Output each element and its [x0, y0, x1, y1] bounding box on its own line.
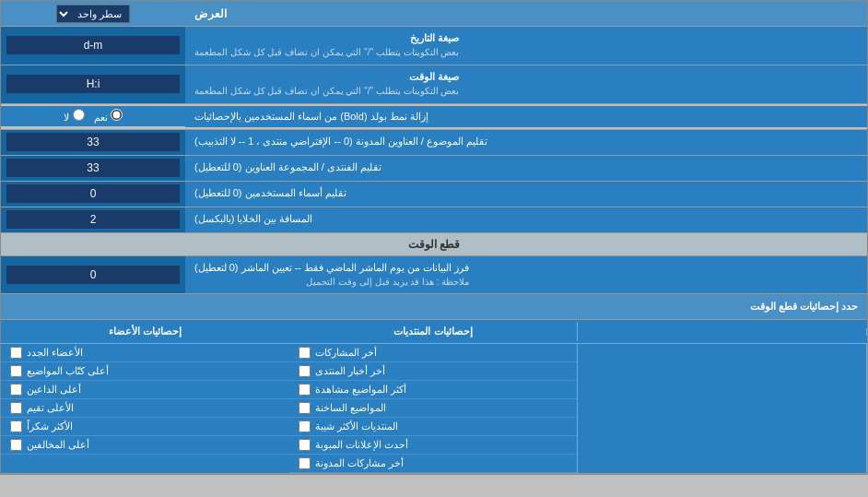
checkbox-col1-item0[interactable] — [10, 347, 22, 359]
topic-title-input-container — [1, 130, 185, 155]
username-count-input[interactable] — [6, 184, 180, 203]
bold-remove-row: إزالة نمط بولد (Bold) من اسماء المستخدمي… — [1, 104, 867, 130]
list-item: أحدث الإعلانات المبوبة — [289, 436, 578, 455]
checkbox-col2-item3[interactable] — [299, 402, 311, 414]
checkbox-col2: أخر المشاركات أخر أخبار المنتدى أكثر الم… — [289, 344, 579, 473]
checkbox-col1-header: إحصائيات المنتديات — [289, 322, 579, 341]
checkbox-col2-item2[interactable] — [299, 384, 311, 396]
checkbox-col2-item5[interactable] — [299, 439, 311, 451]
limit-label: حدد إحصائيات قطع الوقت — [1, 296, 867, 317]
checkbox-col2-item1[interactable] — [299, 365, 311, 377]
view-mode-select[interactable]: سطر واحدسطرينثلاثة أسطر — [56, 5, 130, 23]
date-format-input-container — [1, 27, 185, 65]
list-item: المواضيع الساخنة — [289, 399, 578, 418]
topic-title-row: تقليم الموضوع / العناوين المدونة (0 -- ا… — [1, 130, 867, 156]
filter-row: فرز البيانات من يوم الماشر الماضي فقط --… — [1, 256, 867, 295]
cell-gap-label: المسافة بين الخلايا (بالبكسل) — [185, 207, 867, 232]
date-format-input[interactable] — [6, 36, 180, 54]
list-item: أعلى كتّاب المواضيع — [1, 362, 289, 381]
checkbox-headers: إحصائيات المنتديات إحصائيات الأعضاء — [1, 320, 867, 344]
checkbox-col1-item4[interactable] — [10, 420, 22, 432]
checkbox-col1-item3[interactable] — [10, 402, 22, 414]
list-item: الأعلى تقيم — [1, 399, 289, 418]
checkbox-col1-item5[interactable] — [10, 439, 22, 451]
checkbox-section: إحصائيات المنتديات إحصائيات الأعضاء أخر … — [1, 320, 867, 474]
bold-remove-no-radio[interactable] — [73, 109, 85, 121]
time-format-input-container — [1, 65, 185, 103]
checkbox-col2-header: إحصائيات الأعضاء — [1, 322, 289, 341]
list-item: أخر مشاركات المدونة — [289, 455, 578, 473]
time-format-row: صيغة الوقت بعض التكوينات يتطلب "/" التي … — [1, 65, 867, 104]
bold-remove-options: نعم لا — [1, 106, 185, 126]
list-item: الأعضاء الجدد — [1, 344, 289, 362]
checkbox-col2-item0[interactable] — [299, 347, 311, 359]
list-item: الأكثر شكراً — [1, 418, 289, 436]
date-format-label: صيغة التاريخ بعض التكوينات يتطلب "/" الت… — [185, 27, 867, 65]
cell-gap-input[interactable] — [6, 210, 180, 229]
filter-input[interactable] — [6, 266, 180, 284]
list-item: أعلى المخالفين — [1, 436, 289, 455]
checkbox-col3-header — [578, 328, 867, 336]
filter-input-container — [1, 256, 185, 294]
checkbox-col2-item6[interactable] — [299, 457, 311, 469]
forum-group-label: تقليم الفنتدى / المجموعة العناوين (0 للت… — [185, 156, 867, 181]
time-format-input[interactable] — [6, 75, 180, 93]
topic-title-label: تقليم الموضوع / العناوين المدونة (0 -- ا… — [185, 130, 867, 155]
forum-group-input-container — [1, 156, 185, 181]
list-item: أكثر المواضيع مشاهدة — [289, 381, 578, 399]
forum-group-row: تقليم الفنتدى / المجموعة العناوين (0 للت… — [1, 156, 867, 182]
view-mode-dropdown-container: سطر واحدسطرينثلاثة أسطر — [1, 2, 185, 26]
header-row: العرض سطر واحدسطرينثلاثة أسطر — [1, 1, 867, 27]
checkbox-col1-item2[interactable] — [10, 384, 22, 396]
realtime-section-header: قطع الوقت — [1, 233, 867, 256]
list-item: المنتديات الأكثر شيبة — [289, 418, 578, 436]
cell-gap-input-container — [1, 207, 185, 232]
list-item: أخر أخبار المنتدى — [289, 362, 578, 381]
bold-remove-label: إزالة نمط بولد (Bold) من اسماء المستخدمي… — [185, 106, 867, 127]
checkbox-col1-item1[interactable] — [10, 365, 22, 377]
filter-label: فرز البيانات من يوم الماشر الماضي فقط --… — [185, 256, 867, 294]
list-item: أخر المشاركات — [289, 344, 578, 362]
username-count-row: تقليم أسماء المستخدمين (0 للتعطيل) — [1, 182, 867, 207]
date-format-row: صيغة التاريخ بعض التكوينات يتطلب "/" الت… — [1, 27, 867, 65]
checkbox-rows: أخر المشاركات أخر أخبار المنتدى أكثر الم… — [1, 344, 867, 473]
bold-remove-yes-radio[interactable] — [111, 109, 123, 121]
checkbox-col2-item4[interactable] — [299, 420, 311, 432]
limit-row: حدد إحصائيات قطع الوقت — [1, 294, 867, 320]
forum-group-input[interactable] — [6, 159, 180, 177]
main-container: العرض سطر واحدسطرينثلاثة أسطر صيغة التار… — [0, 0, 868, 475]
list-item: أعلى الداعين — [1, 381, 289, 399]
checkbox-col1: الأعضاء الجدد أعلى كتّاب المواضيع أعلى ا… — [1, 344, 289, 473]
cell-gap-row: المسافة بين الخلايا (بالبكسل) — [1, 207, 867, 233]
username-count-label: تقليم أسماء المستخدمين (0 للتعطيل) — [185, 182, 867, 207]
checkbox-empty-col — [578, 344, 867, 473]
topic-title-input[interactable] — [6, 133, 180, 151]
time-format-label: صيغة الوقت بعض التكوينات يتطلب "/" التي … — [185, 65, 867, 103]
username-count-input-container — [1, 182, 185, 207]
page-title: العرض — [185, 3, 867, 25]
